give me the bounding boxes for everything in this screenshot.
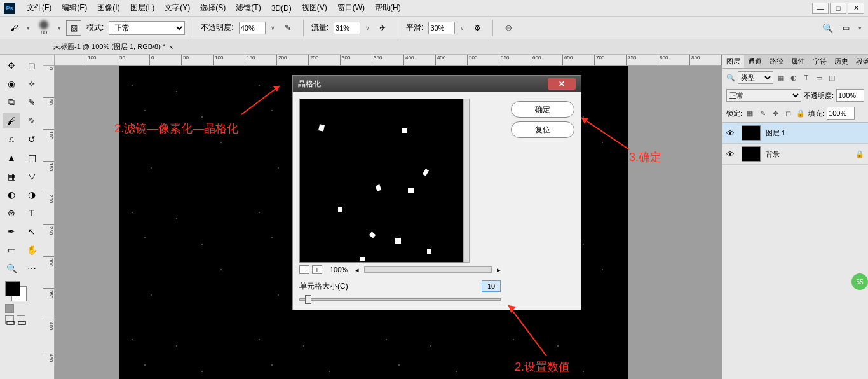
smooth-input[interactable] — [428, 22, 455, 34]
search-icon[interactable]: 🔍 — [822, 23, 833, 33]
zoom-out-button[interactable]: − — [299, 265, 309, 274]
menu-window[interactable]: 窗口(W) — [332, 3, 370, 13]
tab-layers[interactable]: 图层 — [722, 55, 744, 68]
zoom-tool[interactable]: 🔍 — [3, 260, 20, 276]
marquee-tool[interactable]: ◻ — [23, 57, 41, 73]
lock-brush-icon[interactable]: ✎ — [757, 108, 768, 118]
tab-history[interactable]: 历史 — [831, 55, 852, 68]
layer-thumbnail[interactable] — [742, 125, 761, 141]
slider-thumb[interactable] — [305, 295, 311, 304]
pen-tool[interactable]: ✒ — [3, 223, 20, 239]
chevron-down-icon[interactable]: ▾ — [58, 25, 61, 31]
filter-img-icon[interactable]: ▦ — [776, 72, 786, 83]
chevron-down-icon[interactable]: ∨ — [271, 25, 275, 31]
brush-panel-icon[interactable]: ▨ — [66, 20, 81, 36]
airbrush-icon[interactable]: ✈ — [375, 20, 390, 36]
chevron-down-icon[interactable]: ∨ — [460, 25, 465, 31]
chevron-down-icon[interactable]: ∨ — [365, 25, 370, 31]
zoom-in-button[interactable]: + — [312, 265, 322, 274]
menu-help[interactable]: 帮助(H) — [370, 3, 406, 13]
dialog-close-button[interactable]: ✕ — [548, 78, 576, 90]
reset-button[interactable]: 复位 — [511, 121, 574, 138]
layer-item[interactable]: 👁 图层 1 — [722, 123, 868, 144]
lock-all-icon[interactable]: 🔒 — [796, 108, 806, 118]
wand-tool[interactable]: ✧ — [23, 76, 41, 92]
flow-input[interactable] — [334, 22, 360, 34]
stamp-tool[interactable]: ▲ — [3, 149, 20, 165]
lock-pixels-icon[interactable]: ▦ — [745, 108, 755, 118]
preview-scrollbar-h[interactable] — [364, 266, 492, 273]
tab-character[interactable]: 字符 — [809, 55, 831, 68]
chevron-down-icon[interactable]: ▾ — [27, 25, 30, 31]
sponge-tool[interactable]: ⊛ — [3, 205, 20, 221]
dialog-titlebar[interactable]: 晶格化 ✕ — [293, 76, 581, 92]
lasso-tool[interactable]: ◉ — [3, 76, 20, 92]
workspace-icon[interactable]: ▭ — [838, 20, 853, 36]
nav-left-icon[interactable]: ◂ — [355, 266, 359, 274]
blend-mode-select[interactable]: 正常 — [726, 89, 801, 102]
brush-preview[interactable]: 80 — [35, 19, 53, 37]
filter-shape-icon[interactable]: ▭ — [814, 72, 824, 83]
maximize-button[interactable]: □ — [830, 3, 846, 14]
ruler-vertical[interactable]: 050100150200250300350400450 — [43, 66, 55, 379]
nav-right-icon[interactable]: ▸ — [497, 266, 501, 274]
filter-smart-icon[interactable]: ◫ — [827, 72, 837, 83]
screenmode2-icon[interactable]: ▭ — [17, 315, 25, 324]
menu-select[interactable]: 选择(S) — [195, 3, 231, 13]
lock-move-icon[interactable]: ✥ — [770, 108, 780, 118]
tab-paragraph[interactable]: 段落 — [852, 55, 868, 68]
close-tab-icon[interactable]: × — [169, 43, 173, 51]
minimize-button[interactable]: — — [812, 3, 829, 14]
bucket-tool[interactable]: ▽ — [23, 168, 41, 184]
clone-tool[interactable]: ⎌ — [3, 131, 20, 147]
eraser-tool[interactable]: ◫ — [23, 149, 41, 165]
move-tool[interactable]: ✥ — [3, 57, 20, 73]
gear-icon[interactable]: ⚙ — [470, 20, 485, 36]
fill-input[interactable] — [827, 107, 855, 120]
tab-properties[interactable]: 属性 — [787, 55, 809, 68]
pencil-tool[interactable]: ✎ — [23, 113, 41, 128]
cell-size-slider[interactable] — [299, 298, 501, 301]
quickmask-icon[interactable] — [5, 304, 14, 313]
menu-layer[interactable]: 图层(L) — [125, 3, 160, 13]
filter-type-icon[interactable]: T — [801, 72, 811, 83]
history-brush-tool[interactable]: ↺ — [23, 131, 41, 147]
ruler-horizontal[interactable]: 1005005010015020025030035040045050055060… — [55, 55, 722, 66]
tab-channels[interactable]: 通道 — [744, 55, 766, 68]
opacity-input[interactable] — [239, 22, 266, 34]
cell-size-input[interactable] — [482, 280, 501, 292]
menu-view[interactable]: 视图(V) — [297, 3, 332, 13]
filter-preview[interactable] — [299, 99, 463, 263]
menu-image[interactable]: 图像(I) — [92, 3, 125, 13]
layer-opacity-input[interactable] — [836, 89, 864, 102]
visibility-icon[interactable]: 👁 — [726, 128, 736, 138]
filter-adj-icon[interactable]: ◐ — [789, 72, 799, 83]
tool-preset-icon[interactable]: 🖌 — [6, 20, 22, 36]
ruler-origin[interactable] — [43, 55, 55, 66]
menu-filter[interactable]: 滤镜(T) — [231, 3, 266, 13]
blend-mode-select[interactable]: 正常 — [109, 21, 185, 35]
type-tool[interactable]: T — [23, 205, 41, 221]
tab-paths[interactable]: 路径 — [766, 55, 787, 68]
blur-tool[interactable]: ◐ — [3, 186, 20, 202]
close-button[interactable]: ✕ — [848, 3, 864, 14]
pressure-opacity-icon[interactable]: ✎ — [280, 20, 295, 36]
menu-file[interactable]: 文件(F) — [22, 3, 57, 13]
preview-scrollbar-v[interactable] — [463, 99, 470, 263]
gradient-tool[interactable]: ▦ — [3, 168, 20, 184]
fg-color[interactable] — [5, 281, 20, 296]
screenmode-icon[interactable]: ▭ — [5, 315, 14, 324]
dodge-tool[interactable]: ◑ — [23, 186, 41, 202]
document-tab[interactable]: 未标题-1 @ 100% (图层 1, RGB/8) * × — [48, 42, 179, 52]
menu-3d[interactable]: 3D(D) — [266, 4, 297, 13]
path-tool[interactable]: ↖ — [23, 223, 41, 239]
layer-item[interactable]: 👁 背景 🔒 — [722, 144, 868, 165]
menu-edit[interactable]: 编辑(E) — [57, 3, 92, 13]
more-tool[interactable]: ⋯ — [23, 260, 41, 276]
hand-tool[interactable]: ✋ — [23, 242, 41, 258]
shape-tool[interactable]: ▭ — [3, 242, 20, 258]
brush-tool[interactable]: 🖌 — [3, 113, 20, 128]
eyedropper-tool[interactable]: ✎ — [23, 94, 41, 110]
crop-tool[interactable]: ⧉ — [3, 94, 20, 110]
lock-artboard-icon[interactable]: ◻ — [783, 108, 793, 118]
